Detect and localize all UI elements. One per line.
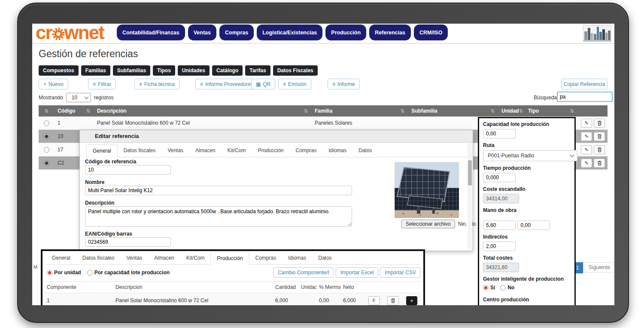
edit-row-button[interactable]: ✎	[581, 159, 592, 168]
edit-row-button[interactable]: ✎	[581, 119, 592, 128]
por-unidad-radio[interactable]	[47, 270, 52, 276]
gestor-si-radio[interactable]	[483, 285, 489, 291]
logo-text-prefix: cr	[36, 24, 52, 43]
tab-kit-com[interactable]: Kit/Com	[222, 144, 252, 157]
page-size-select[interactable]: 10	[66, 93, 91, 102]
cat-datos-fiscales-button[interactable]: Datos Fiscales	[273, 65, 318, 76]
search-input[interactable]	[557, 92, 613, 102]
tab-almacen[interactable]: Almacen	[148, 252, 180, 264]
cambio-componente-button[interactable]: Cambio Componente/I	[273, 267, 334, 278]
tab-idiomas[interactable]: Idiomas	[282, 252, 312, 264]
ficha-tecnica-button[interactable]: ≡ Ficha técnica	[134, 79, 179, 89]
tab-datos-fiscales[interactable]: Datos fiscales	[76, 252, 121, 264]
column-header-select[interactable]: ⇅	[39, 105, 54, 116]
cat-subfamilias-button[interactable]: Subfamilias	[113, 65, 150, 76]
copiar-referencia-button[interactable]: Copiar Referencia	[561, 79, 608, 89]
tab-compras[interactable]: Compras	[290, 144, 323, 157]
nav-compras[interactable]: Compras	[219, 25, 254, 40]
coste-escandallo-field	[483, 194, 519, 203]
delete-row-button[interactable]	[594, 132, 605, 141]
importar-excel-button[interactable]: Importar Excel	[336, 267, 378, 278]
nav-referencias[interactable]: Referencias	[369, 25, 411, 40]
row-select-radio[interactable]	[44, 120, 49, 126]
ean-field[interactable]	[85, 237, 171, 247]
modal-scrollbar[interactable]	[468, 143, 472, 250]
qr-button[interactable]: ▦ QR	[251, 79, 275, 89]
pagination-next-button[interactable]: Siguiente	[583, 262, 614, 273]
gestor-no-radio[interactable]	[500, 285, 506, 291]
cat-compuestos-button[interactable]: Compuestos	[39, 65, 79, 76]
delete-row-button[interactable]	[594, 119, 605, 128]
row-select-radio[interactable]	[44, 147, 49, 153]
emision-button[interactable]: ≡ Emisión	[278, 79, 311, 89]
tiempo-produccion-label: Tiempo producción	[483, 165, 571, 171]
cat-tipos-button[interactable]: Tipos	[153, 65, 175, 76]
cell-merma: 0,00	[316, 297, 340, 303]
tab-compras[interactable]: Compras	[249, 252, 283, 264]
informe-button[interactable]: ≡ Informe	[328, 79, 360, 89]
component-delete-button[interactable]	[387, 296, 399, 305]
nombre-field[interactable]	[85, 186, 352, 195]
delete-row-button[interactable]	[594, 145, 605, 154]
filtrar-button[interactable]: ≡ Filtrar	[88, 79, 116, 89]
por-capacidad-radio[interactable]	[87, 270, 93, 276]
row-select-radio[interactable]	[44, 160, 49, 166]
column-header-familia[interactable]: Familia⇅	[311, 105, 408, 116]
tab-general[interactable]: General	[86, 144, 118, 157]
tab-almacen[interactable]: Almacen	[189, 144, 222, 157]
codigo-referencia-field[interactable]	[85, 165, 171, 175]
tab-general[interactable]: General	[46, 252, 76, 264]
tab-idiomas[interactable]: Idiomas	[322, 144, 352, 157]
references-table-header: ⇅ Código⇅ Descripción⇅ Familia⇅ Subfamil…	[39, 105, 608, 116]
tab-datos[interactable]: Datos	[352, 144, 378, 157]
extra-cost-field[interactable]	[517, 221, 550, 230]
seleccionar-archivo-button[interactable]: Seleccionar archivo	[401, 220, 455, 228]
nav-produccion[interactable]: Producción	[325, 25, 366, 40]
component-add-button[interactable]: +	[406, 296, 417, 305]
tiempo-produccion-field[interactable]	[483, 173, 516, 182]
descripcion-field[interactable]: Panel multiple con rotor y orientacion a…	[85, 206, 352, 227]
col-merma: % Merma	[316, 284, 340, 290]
cat-tarifas-button[interactable]: Tarifas	[245, 65, 270, 76]
column-header-codigo[interactable]: Código⇅	[54, 105, 94, 116]
importar-csv-button[interactable]: Importar CSV	[380, 267, 421, 278]
row-select-radio[interactable]	[44, 134, 49, 139]
delete-row-button[interactable]	[594, 159, 605, 168]
cat-familias-button[interactable]: Familias	[81, 65, 110, 76]
nav-logistica-existencias[interactable]: Logística/Existencias	[257, 25, 322, 40]
column-header-descripcion[interactable]: Descripción⇅	[94, 105, 311, 116]
nav-contabilidad-finanzas[interactable]: Contabilidad/Finanzas	[117, 25, 185, 40]
tab-produccion[interactable]: Producción	[210, 252, 249, 265]
chevron-down-icon	[570, 153, 574, 157]
tab-kit-com[interactable]: Kit/Com	[180, 252, 211, 264]
tab-datos-fiscales[interactable]: Datos fiscales	[118, 144, 162, 157]
tab-produccion[interactable]: Producción	[252, 144, 289, 157]
capacidad-lote-field[interactable]	[483, 129, 516, 138]
mano-de-obra-field[interactable]	[483, 221, 516, 230]
informe-proveedores-button[interactable]: ≡ Informe Proveedores	[195, 79, 258, 89]
tab-ventas[interactable]: Ventas	[161, 144, 189, 157]
modal-scrollbar-thumb[interactable]	[468, 160, 472, 185]
indirectos-field[interactable]	[483, 242, 516, 251]
emision-button-label: Emisión	[288, 81, 307, 87]
page-size-value: 10	[72, 95, 77, 101]
edit-row-button[interactable]: ✎	[581, 145, 592, 154]
edit-row-button[interactable]: ✎	[581, 132, 592, 141]
cat-catalogo-button[interactable]: Catálogo	[212, 65, 243, 76]
por-unidad-label: Por unidad	[54, 270, 81, 276]
sun-icon	[52, 27, 65, 41]
nuevo-button[interactable]: + Nuevo	[39, 79, 68, 89]
tab-datos[interactable]: Datos	[312, 252, 337, 264]
category-buttons: Compuestos Familias Subfamilias Tipos Un…	[39, 65, 318, 76]
nav-ventas[interactable]: Ventas	[188, 25, 216, 40]
column-header-tipo[interactable]: Tipo⇅	[525, 105, 577, 116]
cat-unidades-button[interactable]: Unidades	[178, 65, 210, 76]
column-header-subfamilia[interactable]: Subfamilia⇅	[408, 105, 498, 116]
component-f-button[interactable]: F	[368, 296, 380, 305]
column-header-unidad[interactable]: Unidad⇅	[498, 105, 525, 116]
tab-ventas[interactable]: Ventas	[120, 252, 148, 264]
ruta-select[interactable]: P001-Puertas Radio	[483, 150, 577, 161]
city-skyline-image	[583, 25, 611, 42]
total-costes-field	[483, 263, 519, 272]
nav-crm-iso[interactable]: CRM/ISO	[414, 25, 448, 40]
